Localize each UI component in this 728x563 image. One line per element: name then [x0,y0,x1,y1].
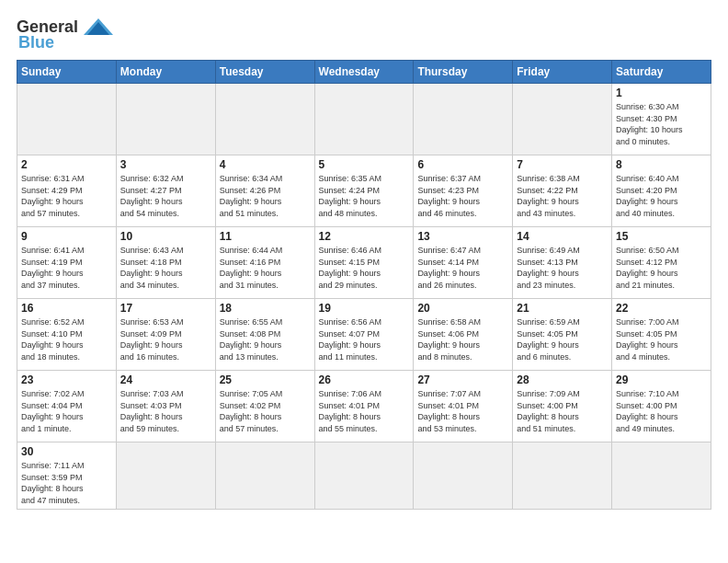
day-info: Sunrise: 6:44 AM Sunset: 4:16 PM Dayligh… [220,246,283,290]
day-number: 24 [120,373,211,386]
calendar-cell: 4Sunrise: 6:34 AM Sunset: 4:26 PM Daylig… [215,155,314,227]
calendar-week-row: 2Sunrise: 6:31 AM Sunset: 4:29 PM Daylig… [17,155,711,227]
calendar-cell: 12Sunrise: 6:46 AM Sunset: 4:15 PM Dayli… [314,227,414,299]
weekday-header-sunday: Sunday [17,61,117,84]
calendar-cell [314,442,414,510]
calendar-week-row: 16Sunrise: 6:52 AM Sunset: 4:10 PM Dayli… [17,299,711,371]
calendar-cell: 19Sunrise: 6:56 AM Sunset: 4:07 PM Dayli… [314,299,414,371]
day-number: 14 [517,230,608,243]
logo-blue: Blue [18,33,54,52]
day-number: 2 [21,158,112,171]
day-info: Sunrise: 7:07 AM Sunset: 4:01 PM Dayligh… [417,389,481,433]
calendar-cell: 29Sunrise: 7:10 AM Sunset: 4:00 PM Dayli… [612,371,711,442]
day-info: Sunrise: 6:41 AM Sunset: 4:19 PM Dayligh… [21,246,85,290]
day-info: Sunrise: 7:09 AM Sunset: 4:00 PM Dayligh… [517,389,580,433]
day-number: 18 [220,302,311,315]
day-info: Sunrise: 6:53 AM Sunset: 4:09 PM Dayligh… [120,317,184,362]
day-info: Sunrise: 6:47 AM Sunset: 4:14 PM Dayligh… [417,246,481,290]
day-number: 5 [319,158,410,171]
day-number: 16 [21,302,112,315]
day-info: Sunrise: 7:00 AM Sunset: 4:05 PM Dayligh… [616,317,679,362]
day-number: 10 [120,230,211,243]
day-info: Sunrise: 6:40 AM Sunset: 4:20 PM Dayligh… [616,174,679,218]
calendar-cell: 28Sunrise: 7:09 AM Sunset: 4:00 PM Dayli… [513,371,612,442]
calendar-cell: 13Sunrise: 6:47 AM Sunset: 4:14 PM Dayli… [414,227,513,299]
calendar-cell [116,442,215,510]
day-number: 22 [616,302,707,315]
day-info: Sunrise: 7:10 AM Sunset: 4:00 PM Dayligh… [616,389,679,433]
weekday-header-monday: Monday [116,61,215,84]
calendar-cell: 21Sunrise: 6:59 AM Sunset: 4:05 PM Dayli… [513,299,612,371]
day-number: 29 [616,373,707,386]
calendar-cell: 7Sunrise: 6:38 AM Sunset: 4:22 PM Daylig… [513,155,612,227]
calendar-cell: 24Sunrise: 7:03 AM Sunset: 4:03 PM Dayli… [116,371,215,442]
day-info: Sunrise: 6:34 AM Sunset: 4:26 PM Dayligh… [220,174,283,218]
day-info: Sunrise: 6:43 AM Sunset: 4:18 PM Dayligh… [120,246,184,290]
calendar-cell: 17Sunrise: 6:53 AM Sunset: 4:09 PM Dayli… [116,299,215,371]
day-info: Sunrise: 6:49 AM Sunset: 4:13 PM Dayligh… [517,246,580,290]
day-number: 12 [319,230,410,243]
page: General Blue SundayMondayTuesdayWednesda… [0,0,728,563]
day-info: Sunrise: 6:46 AM Sunset: 4:15 PM Dayligh… [319,246,382,290]
day-number: 6 [417,158,508,171]
calendar-cell: 3Sunrise: 6:32 AM Sunset: 4:27 PM Daylig… [116,155,215,227]
day-number: 3 [120,158,211,171]
calendar-cell: 27Sunrise: 7:07 AM Sunset: 4:01 PM Dayli… [414,371,513,442]
day-info: Sunrise: 6:35 AM Sunset: 4:24 PM Dayligh… [319,174,382,218]
day-number: 21 [517,302,608,315]
calendar-cell: 15Sunrise: 6:50 AM Sunset: 4:12 PM Dayli… [612,227,711,299]
day-info: Sunrise: 7:06 AM Sunset: 4:01 PM Dayligh… [319,389,382,433]
day-info: Sunrise: 6:58 AM Sunset: 4:06 PM Dayligh… [417,317,481,362]
calendar-cell: 14Sunrise: 6:49 AM Sunset: 4:13 PM Dayli… [513,227,612,299]
calendar-cell [414,442,513,510]
calendar-cell: 18Sunrise: 6:55 AM Sunset: 4:08 PM Dayli… [215,299,314,371]
day-number: 4 [220,158,311,171]
weekday-header-friday: Friday [513,61,612,84]
calendar-cell: 26Sunrise: 7:06 AM Sunset: 4:01 PM Dayli… [314,371,414,442]
day-info: Sunrise: 7:05 AM Sunset: 4:02 PM Dayligh… [220,389,283,433]
day-number: 23 [21,373,112,386]
weekday-header-row: SundayMondayTuesdayWednesdayThursdayFrid… [17,61,711,84]
day-info: Sunrise: 6:31 AM Sunset: 4:29 PM Dayligh… [21,174,85,218]
calendar-cell: 10Sunrise: 6:43 AM Sunset: 4:18 PM Dayli… [116,227,215,299]
day-info: Sunrise: 7:03 AM Sunset: 4:03 PM Dayligh… [120,389,184,433]
calendar-cell: 16Sunrise: 6:52 AM Sunset: 4:10 PM Dayli… [17,299,117,371]
calendar-cell [215,84,314,155]
day-number: 17 [120,302,211,315]
calendar-cell [116,84,215,155]
calendar-week-row: 23Sunrise: 7:02 AM Sunset: 4:04 PM Dayli… [17,371,711,442]
calendar-week-row: 9Sunrise: 6:41 AM Sunset: 4:19 PM Daylig… [17,227,711,299]
calendar-cell: 8Sunrise: 6:40 AM Sunset: 4:20 PM Daylig… [612,155,711,227]
calendar-cell [215,442,314,510]
weekday-header-tuesday: Tuesday [215,61,314,84]
calendar-cell: 5Sunrise: 6:35 AM Sunset: 4:24 PM Daylig… [314,155,414,227]
calendar-cell: 23Sunrise: 7:02 AM Sunset: 4:04 PM Dayli… [17,371,117,442]
logo-icon [82,17,115,37]
calendar-cell [513,442,612,510]
day-info: Sunrise: 6:37 AM Sunset: 4:23 PM Dayligh… [417,174,481,218]
day-number: 27 [417,373,508,386]
day-number: 28 [517,373,608,386]
calendar-cell [513,84,612,155]
weekday-header-thursday: Thursday [414,61,513,84]
day-info: Sunrise: 6:59 AM Sunset: 4:05 PM Dayligh… [517,317,580,362]
day-number: 11 [220,230,311,243]
calendar-cell: 22Sunrise: 7:00 AM Sunset: 4:05 PM Dayli… [612,299,711,371]
calendar-cell [17,84,117,155]
calendar-cell: 1Sunrise: 6:30 AM Sunset: 4:30 PM Daylig… [612,84,711,155]
calendar-cell: 25Sunrise: 7:05 AM Sunset: 4:02 PM Dayli… [215,371,314,442]
calendar-cell: 20Sunrise: 6:58 AM Sunset: 4:06 PM Dayli… [414,299,513,371]
day-info: Sunrise: 6:55 AM Sunset: 4:08 PM Dayligh… [220,317,283,362]
day-number: 15 [616,230,707,243]
day-info: Sunrise: 6:52 AM Sunset: 4:10 PM Dayligh… [21,317,85,362]
calendar-cell [612,442,711,510]
day-number: 25 [220,373,311,386]
header: General Blue [17,17,711,52]
day-number: 7 [517,158,608,171]
calendar-cell: 30Sunrise: 7:11 AM Sunset: 3:59 PM Dayli… [17,442,117,510]
calendar-week-row: 1Sunrise: 6:30 AM Sunset: 4:30 PM Daylig… [17,84,711,155]
day-info: Sunrise: 6:38 AM Sunset: 4:22 PM Dayligh… [517,174,580,218]
day-number: 8 [616,158,707,171]
weekday-header-wednesday: Wednesday [314,61,414,84]
calendar-cell: 2Sunrise: 6:31 AM Sunset: 4:29 PM Daylig… [17,155,117,227]
